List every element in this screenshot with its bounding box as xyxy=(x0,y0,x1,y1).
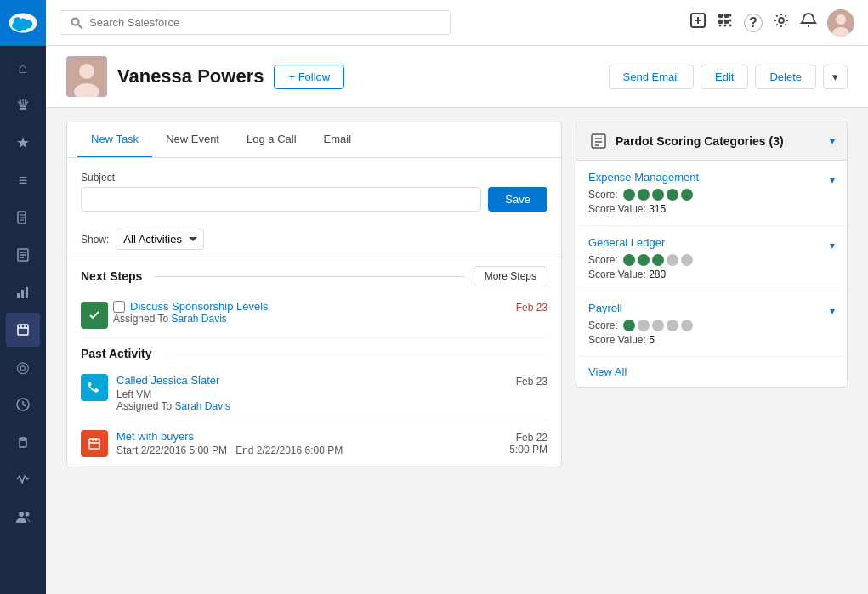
nav-wave[interactable] xyxy=(6,462,40,496)
past-item-title[interactable]: Called Jessica Slater xyxy=(116,374,219,387)
score-label: Score: xyxy=(588,254,618,266)
pardot-header: Pardot Scoring Categories (3) ▾ xyxy=(576,122,847,161)
scoring-name-ledger[interactable]: General Ledger xyxy=(588,236,665,249)
notifications-icon[interactable] xyxy=(800,12,817,33)
nav-activity[interactable] xyxy=(6,313,40,347)
tab-new-event[interactable]: New Event xyxy=(152,122,233,157)
next-step-date: Feb 23 xyxy=(516,300,547,314)
subject-input[interactable] xyxy=(81,187,481,212)
start-label: Start xyxy=(116,444,138,456)
send-email-button[interactable]: Send Email xyxy=(609,65,694,89)
nav-people[interactable] xyxy=(6,500,40,534)
end-value: 2/22/2016 6:00 PM xyxy=(257,444,343,456)
dot xyxy=(667,254,678,266)
svg-point-34 xyxy=(719,25,722,27)
meeting-icon xyxy=(81,430,108,457)
search-input[interactable] xyxy=(89,16,440,29)
left-nav: ⌂ ♛ ★ ≡ ◎ xyxy=(0,0,46,594)
salesforce-logo[interactable] xyxy=(0,0,46,46)
ledger-collapse-button[interactable]: ▾ xyxy=(830,240,835,252)
score-dots-ledger xyxy=(623,254,693,266)
nav-receipt[interactable] xyxy=(6,238,40,272)
tab-log-call[interactable]: Log a Call xyxy=(233,122,310,157)
tab-bar: New Task New Event Log a Call Email xyxy=(67,122,561,158)
form-row: Save xyxy=(81,187,547,212)
task-checkbox[interactable] xyxy=(113,301,125,313)
next-step-title[interactable]: Discuss Sponsorship Levels xyxy=(130,300,269,313)
search-bar[interactable] xyxy=(60,10,451,35)
past-activity-list: Called Jessica Slater Left VM Assigned T… xyxy=(67,365,561,467)
tab-new-task[interactable]: New Task xyxy=(77,122,152,157)
grid-icon[interactable] xyxy=(717,12,734,33)
show-filter-row: Show: All Activities All Tasks All Event… xyxy=(67,222,561,257)
record-header: Vanessa Powers + Follow Send Email Edit … xyxy=(46,46,868,108)
edit-button[interactable]: Edit xyxy=(701,65,748,89)
list-item: Discuss Sponsorship Levels Assigned To S… xyxy=(81,291,547,338)
follow-button[interactable]: + Follow xyxy=(274,65,344,89)
dot xyxy=(652,254,664,266)
call-icon xyxy=(81,374,108,401)
expense-collapse-button[interactable]: ▾ xyxy=(830,174,835,186)
score-value-ledger: Score Value: 280 xyxy=(588,269,835,280)
app-container: ⌂ ♛ ★ ≡ ◎ xyxy=(0,0,868,594)
nav-star[interactable]: ★ xyxy=(6,126,40,160)
scoring-item-payroll: Payroll ▾ Score: xyxy=(576,291,847,357)
payroll-collapse-button[interactable]: ▾ xyxy=(830,305,835,317)
svg-point-32 xyxy=(724,20,727,22)
past-item2-time: 5:00 PM xyxy=(509,444,547,455)
record-name: Vanessa Powers xyxy=(117,65,264,88)
more-actions-button[interactable]: ▾ xyxy=(823,65,848,89)
next-step-assigned: Assigned To Sarah Davis xyxy=(113,313,511,325)
past-item2-title[interactable]: Met with buyers xyxy=(116,430,194,443)
svg-point-37 xyxy=(779,18,784,23)
settings-icon[interactable] xyxy=(773,12,790,33)
next-step-assignee[interactable]: Sarah Davis xyxy=(172,313,227,325)
svg-rect-6 xyxy=(17,293,20,298)
pardot-collapse-button[interactable]: ▾ xyxy=(830,135,835,147)
svg-point-33 xyxy=(729,20,732,22)
user-avatar[interactable] xyxy=(827,9,854,37)
list-item: Called Jessica Slater Left VM Assigned T… xyxy=(81,365,547,421)
nav-list[interactable]: ≡ xyxy=(6,163,40,197)
dot xyxy=(681,320,693,331)
top-bar: ? xyxy=(46,0,868,46)
dot xyxy=(667,189,678,201)
scoring-name-payroll[interactable]: Payroll xyxy=(588,302,622,314)
page-content: Vanessa Powers + Follow Send Email Edit … xyxy=(46,46,868,594)
svg-point-40 xyxy=(836,14,846,25)
delete-button[interactable]: Delete xyxy=(755,65,816,89)
scoring-name-expense[interactable]: Expense Management xyxy=(588,171,699,184)
next-steps-list: Discuss Sponsorship Levels Assigned To S… xyxy=(67,291,561,338)
svg-point-36 xyxy=(729,25,732,27)
nav-target[interactable]: ◎ xyxy=(6,350,40,384)
save-button[interactable]: Save xyxy=(488,187,547,212)
score-dots-payroll xyxy=(623,320,693,331)
activity-panel: New Task New Event Log a Call Email Subj… xyxy=(66,122,562,467)
help-icon[interactable]: ? xyxy=(744,14,763,32)
subject-label: Subject xyxy=(81,172,547,184)
svg-point-15 xyxy=(19,512,24,517)
past-activity-divider xyxy=(164,354,547,354)
right-panel: Pardot Scoring Categories (3) ▾ Expense … xyxy=(576,122,848,467)
nav-crown[interactable]: ♛ xyxy=(6,88,40,122)
nav-file[interactable] xyxy=(6,201,40,235)
svg-rect-8 xyxy=(26,287,28,298)
svg-point-16 xyxy=(26,512,30,517)
pardot-icon xyxy=(588,131,609,151)
past-item-assignee[interactable]: Sarah Davis xyxy=(175,400,230,412)
new-task-form: Subject Save xyxy=(67,158,561,222)
nav-clock[interactable] xyxy=(6,388,40,421)
activity-filter-select[interactable]: All Activities All Tasks All Events Meet… xyxy=(116,229,204,250)
dot xyxy=(652,189,664,201)
view-all-link[interactable]: View All xyxy=(576,357,847,387)
search-icon xyxy=(71,17,82,29)
nav-home[interactable]: ⌂ xyxy=(6,51,40,85)
nav-trash[interactable] xyxy=(6,425,40,459)
nav-chart[interactable] xyxy=(6,275,40,309)
svg-point-35 xyxy=(724,25,727,27)
more-steps-button[interactable]: More Steps xyxy=(474,266,547,286)
tab-email[interactable]: Email xyxy=(310,122,366,157)
add-icon[interactable] xyxy=(689,12,706,33)
dot xyxy=(638,254,650,266)
task-icon xyxy=(81,302,108,329)
